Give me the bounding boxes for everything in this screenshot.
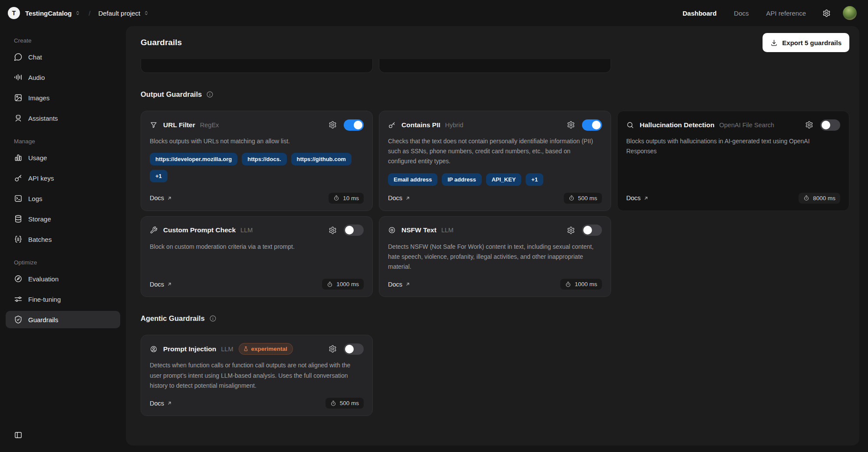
sidebar-items: EvaluationFine-tuningGuardrails (6, 270, 120, 328)
card-toggle[interactable] (344, 224, 364, 236)
arrow-up-right-icon (167, 282, 172, 287)
info-icon[interactable] (206, 91, 214, 98)
nav-dashboard[interactable]: Dashboard (683, 10, 717, 17)
card-toggle[interactable] (344, 343, 364, 355)
arrow-up-right-icon (167, 401, 172, 406)
section-title: Output Guardrails (141, 90, 202, 99)
card-header: Prompt InjectionLLMexperimental (150, 343, 364, 355)
card-method-label: Hybrid (445, 122, 464, 129)
sidebar-item-logs[interactable]: Logs (6, 190, 120, 207)
card-settings-button[interactable] (567, 121, 575, 129)
latency-value: 500 ms (578, 195, 597, 201)
latency-value: 8000 ms (813, 195, 835, 201)
sidebar-item-usage[interactable]: Usage (6, 149, 120, 166)
sidebar-item-fine-tuning[interactable]: Fine-tuning (6, 290, 120, 308)
card-description: Detects NSFW (Not Safe For Work) content… (388, 242, 596, 272)
timer-icon (327, 281, 333, 287)
section-header-output-guardrails: Output Guardrails (141, 90, 849, 99)
card-toggle[interactable] (344, 119, 364, 131)
wrench-icon (150, 226, 158, 234)
sidebar-item-label: Assistants (28, 115, 58, 122)
page-header: Guardrails Export 5 guardrails (126, 26, 859, 59)
sidebar-item-audio[interactable]: Audio (6, 69, 120, 86)
docs-link[interactable]: Docs (626, 195, 648, 201)
sidebar-section-manage: ManageUsageAPI keysLogsStorageBatches (6, 138, 120, 248)
info-icon[interactable] (209, 315, 217, 322)
card-method-label: RegEx (200, 122, 219, 129)
breadcrumb-separator: / (89, 10, 90, 17)
sidebar-item-images[interactable]: Images (6, 89, 120, 106)
user-circle-icon (150, 345, 158, 353)
user-avatar[interactable] (843, 6, 857, 20)
sidebar-item-label: Logs (28, 195, 43, 202)
tag: https://github.com (291, 153, 352, 165)
tag-list: Email addressIP addressAPI_KEY+1 (388, 173, 602, 186)
usage-icon (14, 153, 23, 162)
card-header: Contains PIIHybrid (388, 119, 602, 131)
card-toggle[interactable] (582, 119, 602, 131)
nav-api-reference[interactable]: API reference (766, 10, 806, 17)
nav-docs[interactable]: Docs (734, 10, 749, 17)
sidebar-item-batches[interactable]: Batches (6, 231, 120, 248)
gear-icon (329, 121, 337, 129)
scrolled-out-cards-row (141, 59, 849, 73)
guardrail-card-custom-prompt-check: Custom Prompt CheckLLMBlock on custom mo… (141, 216, 373, 297)
sidebar-items: ChatAudioImagesAssistants (6, 48, 120, 127)
org-avatar: T (8, 7, 20, 19)
layout: CreateChatAudioImagesAssistantsManageUsa… (0, 26, 868, 452)
docs-link-label: Docs (150, 281, 164, 288)
tag: https://developer.mozilla.org (150, 153, 237, 165)
timer-icon (803, 195, 809, 201)
sidebar-item-api-keys[interactable]: API keys (6, 169, 120, 187)
sidebar-items: UsageAPI keysLogsStorageBatches (6, 149, 120, 248)
collapse-sidebar-button[interactable] (14, 431, 23, 441)
sidebar-item-chat[interactable]: Chat (6, 48, 120, 66)
gear-icon (567, 121, 575, 129)
card-settings-button[interactable] (329, 226, 337, 234)
settings-button[interactable] (822, 9, 831, 17)
gear-icon (329, 226, 337, 234)
tag-more[interactable]: +1 (150, 170, 168, 182)
export-guardrails-button[interactable]: Export 5 guardrails (763, 33, 849, 52)
card-toggle[interactable] (582, 224, 602, 236)
latency-chip: 8000 ms (799, 193, 840, 204)
sidebar-item-guardrails[interactable]: Guardrails (6, 311, 120, 328)
arrow-up-right-icon (405, 282, 410, 287)
section-header-agentic-guardrails: Agentic Guardrails (141, 314, 849, 323)
card-settings-button[interactable] (805, 121, 813, 129)
latency-chip: 10 ms (329, 193, 364, 204)
toggle-knob (822, 121, 830, 129)
card-settings-button[interactable] (567, 226, 575, 234)
top-bar: T TestingCatalog / Default project Dashb… (0, 0, 868, 26)
page-content: Output GuardrailsURL FilterRegExBlocks o… (126, 59, 859, 445)
docs-link[interactable]: Docs (150, 195, 172, 201)
card-footer: Docs10 ms (150, 186, 364, 204)
assistants-icon (14, 114, 23, 122)
tag-more[interactable]: +1 (526, 173, 543, 186)
toggle-knob (345, 345, 354, 353)
experimental-badge-label: experimental (251, 346, 287, 352)
card-actions (329, 224, 364, 236)
page-title: Guardrails (141, 38, 182, 47)
flask-icon (243, 346, 249, 352)
sidebar-item-assistants[interactable]: Assistants (6, 109, 120, 127)
docs-link[interactable]: Docs (150, 281, 172, 288)
docs-link[interactable]: Docs (388, 281, 410, 288)
card-toggle[interactable] (820, 119, 840, 131)
card-settings-button[interactable] (329, 121, 337, 129)
docs-link[interactable]: Docs (388, 195, 410, 201)
sidebar: CreateChatAudioImagesAssistantsManageUsa… (0, 26, 126, 452)
export-button-label: Export 5 guardrails (782, 39, 842, 46)
docs-link-label: Docs (150, 195, 164, 201)
gear-icon (805, 121, 813, 129)
docs-link-label: Docs (626, 195, 641, 201)
toggle-knob (583, 226, 592, 234)
card-settings-button[interactable] (329, 345, 337, 353)
docs-link[interactable]: Docs (150, 400, 172, 407)
cards-grid: Prompt InjectionLLMexperimentalDetects w… (141, 335, 849, 416)
sidebar-item-storage[interactable]: Storage (6, 210, 120, 228)
project-switcher[interactable]: Default project (97, 9, 150, 18)
batches-icon (14, 235, 23, 244)
org-switcher[interactable]: TestingCatalog (24, 9, 82, 18)
sidebar-item-evaluation[interactable]: Evaluation (6, 270, 120, 287)
